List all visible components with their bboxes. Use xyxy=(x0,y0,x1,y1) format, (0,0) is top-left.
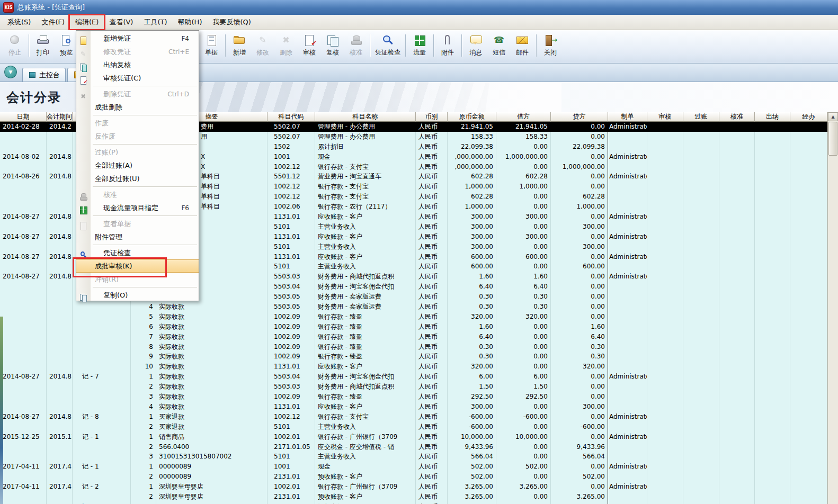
menu-item-编辑(E)[interactable]: 编辑(E) xyxy=(70,15,104,29)
edit-menu-item-凭证检查[interactable]: 凭证检查 xyxy=(76,246,199,259)
cell-maker xyxy=(608,322,647,332)
cell-code: 5503.04 xyxy=(268,372,315,382)
menu-item-系统(S)[interactable]: 系统(S) xyxy=(2,15,36,29)
edit-menu-item-成批审核(K)[interactable]: 成批审核(K) xyxy=(76,259,199,273)
table-row[interactable]: 4实际收款1131.01应收账款 - 客户人民币300.000.00300.00 xyxy=(0,402,827,412)
edit-menu-item-审核凭证(C)[interactable]: 审核凭证(C) xyxy=(76,71,199,85)
edit-menu-item-全部反过账(U)[interactable]: 全部反过账(U) xyxy=(76,172,199,185)
column-header-制单[interactable]: 制单 xyxy=(608,112,647,122)
column-header-日期[interactable]: 日期 xyxy=(0,112,47,122)
table-row[interactable]: 2实际收款5503.03财务费用 - 商城代扣返点积人民币1.501.500.0… xyxy=(0,382,827,392)
cell-amount: -600.00 xyxy=(448,412,496,422)
cell-operator xyxy=(790,282,827,292)
cell-code: 1002.09 xyxy=(268,342,315,352)
cell-debit: 6.00 xyxy=(496,372,551,382)
cell-operator xyxy=(790,382,827,392)
cell-currency: 人民币 xyxy=(416,162,448,172)
cell-credit: 0.00 xyxy=(551,252,608,262)
column-header-借方[interactable]: 借方 xyxy=(496,112,551,122)
cell-debit: 0.30 xyxy=(496,292,551,302)
edit-menu-item-新增凭证[interactable]: 新增凭证F4 xyxy=(76,32,199,45)
menu-item-帮助(H)[interactable]: 帮助(H) xyxy=(173,15,208,29)
cell-currency: 人民币 xyxy=(416,402,448,412)
table-row[interactable]: 2017-04-112017.4记 - 21深圳婴皇母婴店1002.01银行存款… xyxy=(0,482,827,492)
toolbar-button-流量[interactable]: 流量 xyxy=(408,33,431,58)
toolbar-button-复核[interactable]: 复核 xyxy=(321,33,344,58)
column-header-科目代码[interactable]: 科目代码 xyxy=(268,112,315,122)
scroll-up-button[interactable]: ▲ xyxy=(828,112,838,121)
edit-menu-item-附件管理[interactable]: 附件管理 xyxy=(76,230,199,244)
table-row[interactable]: 2566.04002171.01.05应交税金 - 应交增值税 - 销人民币9,… xyxy=(0,442,827,452)
table-row[interactable]: 5实际收款1002.09银行存款 - 臻盈人民币320.00320.000.00 xyxy=(0,312,827,322)
cell-debit: 0.00 xyxy=(496,472,551,482)
cell-maker xyxy=(608,342,647,352)
column-header-审核[interactable]: 审核 xyxy=(647,112,683,122)
column-header-经办[interactable]: 经办 xyxy=(790,112,827,122)
window-title: 总账系统 - [凭证查询] xyxy=(17,3,85,12)
column-header-过账[interactable]: 过账 xyxy=(683,112,719,122)
toolbar-button-预览[interactable]: 预览 xyxy=(55,33,78,58)
table-row[interactable]: 3实际收款1002.09银行存款 - 臻盈人民币292.50292.500.00 xyxy=(0,392,827,402)
toolbar-button-消息[interactable]: 消息 xyxy=(464,33,487,58)
toolbar-button-关闭[interactable]: 关闭 xyxy=(539,33,562,58)
cell-debit: 0.00 xyxy=(496,422,551,432)
column-header-原币金额[interactable]: 原币金额 xyxy=(448,112,496,122)
menu-item-我要反馈(Q)[interactable]: 我要反馈(Q) xyxy=(207,15,256,29)
edit-menu-item-出纳复核[interactable]: 出纳复核 xyxy=(76,58,199,71)
console-dropdown-button[interactable]: ▼ xyxy=(4,66,17,78)
toolbar-button-短信[interactable]: ☎短信 xyxy=(487,33,511,58)
column-header-贷方[interactable]: 贷方 xyxy=(551,112,608,122)
edit-menu-item-复制(O)[interactable]: 复制(O) xyxy=(76,289,199,302)
cell-audit xyxy=(647,152,683,162)
table-row[interactable]: 10实际收款1131.01应收账款 - 客户人民币320.000.00320.0… xyxy=(0,362,827,372)
column-header-出纳[interactable]: 出纳 xyxy=(755,112,790,122)
cell-date: 2014-08-27 xyxy=(0,252,47,262)
cell-maker: Administrator xyxy=(608,122,647,132)
table-row[interactable]: 2014-08-272014.8记 - 81买家退款1002.12银行存款 - … xyxy=(0,412,827,422)
column-header-会计期间[interactable]: 会计期间 xyxy=(47,112,73,122)
toolbar-button-打印[interactable]: 打印 xyxy=(31,33,55,58)
table-row[interactable]: 9实际收款1002.09银行存款 - 臻盈人民币0.300.000.30 xyxy=(0,352,827,362)
edit-menu-item-label: 冲销(R) xyxy=(95,275,119,284)
edit-menu-item-label: 删除凭证 xyxy=(103,89,131,99)
menu-bar: 系统(S)文件(F)编辑(E)查看(V)工具(T)帮助(H)我要反馈(Q) xyxy=(0,15,838,30)
cell-audit xyxy=(647,492,683,502)
tab-主控台[interactable]: 主控台 xyxy=(22,68,66,82)
table-row[interactable]: 2买家退款5101主营业务收入人民币-600.000.00-600.00 xyxy=(0,422,827,432)
cell-voucher: 记 - 1 xyxy=(73,462,131,472)
cell-seq: 5 xyxy=(131,312,156,322)
table-row[interactable]: 8实际收款1002.09银行存款 - 臻盈人民币0.300.000.30 xyxy=(0,342,827,352)
table-row[interactable]: 2017-04-112017.4记 - 11000000891001现金人民币5… xyxy=(0,462,827,472)
toolbar-button-附件[interactable]: 附件 xyxy=(436,33,459,58)
table-row[interactable]: 2015-12-252015.12记 - 11销售商品1002.01银行存款 -… xyxy=(0,432,827,442)
table-row[interactable]: 4实际收款5503.05财务费用 - 卖家版运费人民币0.300.300.00 xyxy=(0,302,827,312)
cell-amount: 300.00 xyxy=(448,232,496,242)
cell-amount: ,000,000.00 xyxy=(448,162,496,172)
menu-item-文件(F)[interactable]: 文件(F) xyxy=(36,15,70,29)
menu-item-工具(T)[interactable]: 工具(T) xyxy=(138,15,172,29)
menu-item-查看(V)[interactable]: 查看(V) xyxy=(104,15,138,29)
table-row[interactable]: 2014-08-272014.8记 - 71实际收款5503.04财务费用 - … xyxy=(0,372,827,382)
edit-menu-item-成批删除[interactable]: 成批删除 xyxy=(76,101,199,114)
table-row[interactable]: 记银行存款人民币 xyxy=(0,502,827,504)
toolbar-button-凭证检查[interactable]: 凭证检查 xyxy=(372,33,403,58)
table-row[interactable]: 33100153130158070025101主营业务收入人民币566.040.… xyxy=(0,452,827,462)
toolbar-button-审核[interactable]: 审核 xyxy=(298,33,321,58)
toolbar-button-新增[interactable]: 新增 xyxy=(228,33,251,58)
table-row[interactable]: 7实际收款1002.09银行存款 - 臻盈人民币6.400.006.40 xyxy=(0,332,827,342)
table-row[interactable]: 2深圳婴皇母婴店2131.01预收账款 - 客户人民币3,265.000.003… xyxy=(0,492,827,502)
edit-menu-item-现金流量项目指定[interactable]: 现金流量项目指定F6 xyxy=(76,201,199,214)
column-header-核准[interactable]: 核准 xyxy=(719,112,755,122)
vertical-scrollbar[interactable]: ▲ xyxy=(827,112,838,504)
table-row[interactable]: 6实际收款1002.09银行存款 - 臻盈人民币1.600.001.60 xyxy=(0,322,827,332)
column-header-科目名称[interactable]: 科目名称 xyxy=(315,112,416,122)
cell-approve xyxy=(719,262,755,272)
toolbar-button-单据[interactable]: 单据 xyxy=(200,33,223,58)
table-row[interactable]: 2000000892131.01预收账款 - 客户人民币502.000.0050… xyxy=(0,472,827,482)
scroll-thumb[interactable] xyxy=(828,122,837,156)
cell-account: 银行存款 - 广州银行（3709 xyxy=(315,482,416,492)
column-header-币别[interactable]: 币别 xyxy=(416,112,448,122)
edit-menu-item-全部过账(A)[interactable]: 全部过账(A) xyxy=(76,159,199,172)
toolbar-button-邮件[interactable]: 邮件 xyxy=(511,33,534,58)
cell-credit: 1,000.00 xyxy=(551,202,608,212)
